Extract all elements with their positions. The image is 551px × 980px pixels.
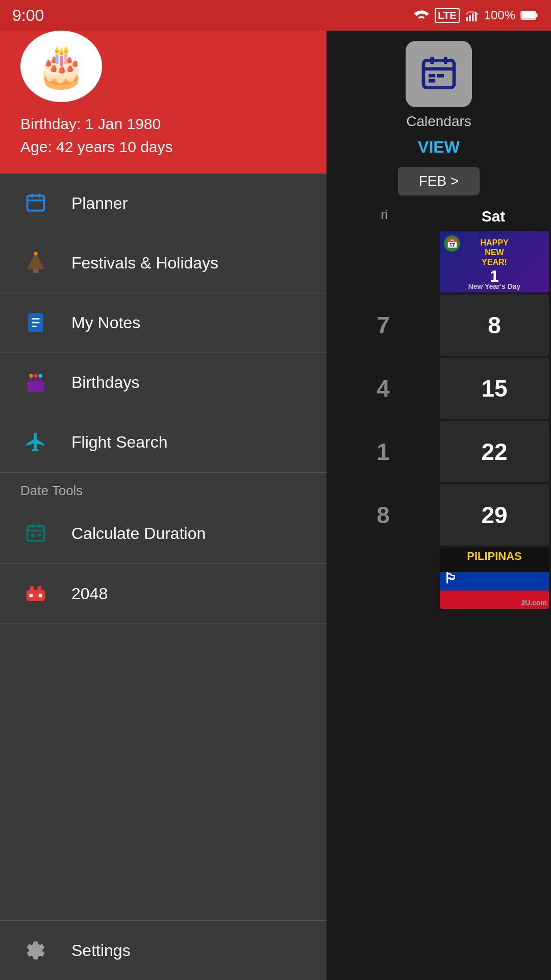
festivals-label: Festivals & Holidays: [71, 254, 218, 273]
day-header-sat: Sat: [439, 204, 548, 229]
cal-cell-15[interactable]: 15: [440, 358, 549, 419]
svg-rect-6: [429, 79, 435, 83]
user-info: Birthday: 1 Jan 1980 Age: 42 years 10 da…: [20, 112, 306, 158]
new-year-text: HAPPYNEWYEAR!: [480, 238, 508, 267]
calendar-header: Calendars VIEW FEB > ri Sat 📅 HAPPYNEWYE…: [327, 31, 551, 611]
new-year-icon: 📅: [444, 235, 460, 252]
birthdays-label: Birthdays: [71, 373, 139, 392]
nav-item-flight[interactable]: Flight Search: [0, 412, 327, 472]
calendar-panel: Calendars VIEW FEB > ri Sat 📅 HAPPYNEWYE…: [327, 0, 551, 980]
svg-rect-38: [472, 14, 474, 21]
notes-icon: [20, 307, 51, 338]
calendar-grid: 📅 HAPPYNEWYEAR! 1 New Year's Day 7 8 4 1…: [327, 229, 551, 611]
cal-cell-1[interactable]: 📅 HAPPYNEWYEAR! 1 New Year's Day: [440, 231, 549, 292]
svg-marker-11: [28, 254, 43, 268]
svg-rect-7: [28, 195, 44, 210]
svg-rect-12: [33, 268, 39, 273]
svg-rect-34: [38, 586, 41, 591]
birthday-text: Birthday: 1 Jan 1980: [20, 112, 306, 135]
svg-rect-33: [30, 586, 34, 591]
new-year-label: New Year's Day: [440, 282, 549, 290]
status-time: 9:00: [12, 6, 44, 25]
cal-cell-empty: [329, 548, 438, 609]
signal-icon: [465, 8, 479, 22]
svg-rect-25: [28, 526, 44, 541]
svg-rect-42: [522, 12, 535, 19]
battery-icon: [520, 8, 539, 22]
svg-rect-41: [536, 13, 538, 17]
nav-item-2048[interactable]: 2048: [0, 564, 327, 624]
svg-point-32: [39, 594, 42, 597]
lte-icon: LTE: [435, 8, 459, 23]
nav-item-planner[interactable]: Planner: [0, 174, 327, 233]
cal-cell-21[interactable]: 1: [329, 421, 438, 482]
svg-point-13: [34, 252, 37, 255]
svg-rect-4: [429, 74, 435, 78]
svg-rect-18: [28, 381, 44, 391]
battery-percentage: 100%: [484, 8, 515, 22]
avatar: 🎂: [20, 31, 102, 102]
date-tools-section-title: Date Tools: [0, 473, 327, 504]
calculate-icon: [20, 518, 51, 549]
nav-item-festivals[interactable]: Festivals & Holidays: [0, 233, 327, 293]
svg-rect-5: [437, 74, 444, 78]
cake-icon: 🎂: [36, 42, 87, 90]
view-label[interactable]: VIEW: [418, 138, 460, 157]
nav-item-settings[interactable]: Settings: [0, 920, 327, 980]
nav-list: Planner Festivals & Holidays: [0, 174, 327, 980]
day-header-fri: ri: [330, 204, 439, 229]
svg-rect-36: [466, 17, 468, 21]
cal-cell-22[interactable]: 22: [440, 421, 549, 482]
festivals-icon: [20, 248, 51, 278]
planner-label: Planner: [71, 194, 128, 213]
svg-point-29: [31, 533, 35, 537]
nav-item-calculate[interactable]: Calculate Duration: [0, 504, 327, 564]
status-bar: 9:00 LTE 100%: [0, 0, 551, 31]
cal-cell-28[interactable]: 8: [329, 484, 438, 546]
feb-button[interactable]: FEB >: [398, 167, 480, 195]
nav-item-notes[interactable]: My Notes: [0, 293, 327, 353]
calculate-label: Calculate Duration: [71, 524, 206, 543]
svg-point-23: [34, 374, 37, 378]
nav-item-birthdays[interactable]: Birthdays: [0, 353, 327, 412]
cal-cell-14[interactable]: 4: [329, 358, 438, 419]
birthdays-icon: [20, 367, 51, 398]
cal-cell-fri-7: 7: [329, 295, 438, 356]
notes-label: My Notes: [71, 313, 140, 332]
svg-rect-37: [469, 15, 471, 21]
game-label: 2048: [71, 584, 108, 603]
flight-label: Flight Search: [71, 433, 168, 452]
settings-label: Settings: [71, 941, 131, 960]
wifi-icon: [413, 7, 430, 23]
game-icon: [20, 578, 51, 609]
status-icons: LTE 100%: [413, 7, 539, 23]
settings-icon: [20, 935, 51, 966]
calendars-label: Calendars: [406, 113, 471, 130]
svg-point-22: [29, 374, 33, 378]
cal-cell-8[interactable]: 8: [440, 295, 549, 356]
cal-cell-fri: [329, 231, 438, 292]
flight-icon: [20, 427, 51, 457]
svg-point-31: [29, 594, 33, 597]
svg-rect-39: [474, 12, 477, 21]
spacer: [0, 624, 327, 920]
calendar-icon-box[interactable]: [406, 41, 472, 107]
svg-point-24: [39, 374, 42, 378]
cal-cell-29[interactable]: 29: [440, 484, 549, 546]
ph-label: PILIPINAS: [440, 550, 549, 563]
navigation-drawer: 🎂 Birthday: 1 Jan 1980 Age: 42 years 10 …: [0, 0, 327, 980]
calendar-days-header: ri Sat: [327, 204, 551, 229]
cal-cell-flag: PILIPINAS 🏳 2U.com: [440, 548, 549, 609]
planner-icon: [20, 188, 51, 218]
age-text: Age: 42 years 10 days: [20, 135, 306, 158]
